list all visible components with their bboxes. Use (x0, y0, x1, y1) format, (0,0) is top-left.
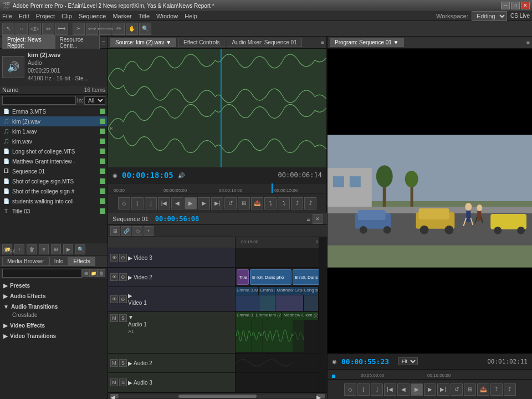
safe-margins-button[interactable]: ⊞ (238, 197, 250, 209)
list-item[interactable]: T Title 03 Copy (0, 216, 108, 217)
track-expand-a3[interactable]: ▶ (128, 380, 132, 386)
loop-button[interactable]: ↺ (224, 197, 237, 209)
effects-audio-effects[interactable]: ▶ Audio Effects (1, 291, 106, 301)
tool-slip[interactable]: ⟺ (86, 23, 98, 35)
close-button[interactable]: ✕ (521, 2, 530, 9)
track-expand-a1[interactable]: ▼ (128, 314, 147, 320)
add-marker-button[interactable]: ◇ (118, 197, 130, 209)
tab-audio-mixer[interactable]: Audio Mixer: Sequence 01 (227, 38, 301, 47)
maximize-button[interactable]: □ (511, 2, 520, 9)
track-solo-a3[interactable]: S (119, 378, 127, 386)
menu-marker[interactable]: Marker (112, 13, 131, 19)
list-view-button[interactable]: ≡ (39, 244, 49, 254)
tool-ripple[interactable]: ◁▷ (29, 23, 41, 35)
timeline-panel-menu[interactable]: ≡ (307, 216, 310, 222)
effects-search-input[interactable] (2, 269, 82, 278)
effects-audio-transitions[interactable]: ▼ Audio Transitions Crossfade (1, 301, 106, 320)
prog-safe[interactable]: ⊞ (464, 383, 476, 396)
tab-info[interactable]: Info (49, 257, 69, 266)
lift-button[interactable]: ⤴ (291, 197, 303, 209)
tab-project[interactable]: Project: News Report (2, 35, 55, 50)
scroll-track[interactable] (120, 395, 315, 398)
tab-effect-controls[interactable]: Effect Controls (178, 38, 224, 47)
extract-button[interactable]: ⤴ (304, 197, 316, 209)
tool-slide[interactable]: ⟸⟹ (99, 23, 111, 35)
track-eye-v3[interactable]: 👁 (110, 254, 118, 262)
track-sync-v3[interactable]: ⊙ (119, 254, 127, 262)
output-button[interactable]: 📤 (251, 197, 263, 209)
tool-razor[interactable]: ✂ (73, 23, 85, 35)
prog-mark-in[interactable]: ⌊ (357, 383, 370, 396)
prog-lift[interactable]: ⤴ (490, 383, 503, 396)
add-marker-tl-button[interactable]: ◇ (132, 226, 142, 236)
list-item[interactable]: 📄 Matthew Grant interview - (0, 156, 108, 166)
list-item[interactable]: 🎵 kim.wav (0, 136, 108, 146)
project-search-input[interactable] (2, 96, 76, 105)
audio3-track-body[interactable] (236, 373, 319, 392)
effects-new-button[interactable]: 📁 (90, 269, 98, 277)
insert-button[interactable]: ⤵ (264, 197, 277, 209)
tool-pen[interactable]: ✏ (112, 23, 125, 35)
go-to-in-button[interactable]: |◀ (158, 197, 170, 209)
effects-video-effects[interactable]: ▶ Video Effects (1, 320, 106, 331)
in-dropdown[interactable]: All (84, 96, 105, 105)
source-timecode-in[interactable]: 00:00:18:05 (122, 171, 173, 180)
prog-add-marker[interactable]: ◇ (344, 383, 356, 396)
menu-file[interactable]: File (2, 13, 12, 19)
step-forward-button[interactable]: ▶ (198, 197, 210, 209)
tool-rolling[interactable]: ⇔ (42, 23, 54, 35)
broll-clip-v2-1[interactable]: B-roll, Dans pho (250, 269, 291, 285)
delete-button[interactable]: 🗑 (27, 244, 37, 254)
snap-button[interactable]: ⊞ (110, 226, 120, 236)
track-eye-v1[interactable]: 👁 (110, 295, 118, 303)
menu-edit[interactable]: Edit (19, 13, 29, 19)
step-back-button[interactable]: ◀ (171, 197, 183, 209)
overwrite-button[interactable]: ⤵ (278, 197, 290, 209)
track-expand-v1[interactable]: ▶ (128, 293, 147, 299)
tab-effects[interactable]: Effects (68, 257, 95, 266)
mark-out-button[interactable]: ⌋ (145, 197, 157, 209)
timeline-scrollbar[interactable]: ◀ ▶ (108, 392, 327, 399)
list-item[interactable]: 📄 students walking into coll (0, 196, 108, 206)
scroll-left-btn[interactable]: ◀ (110, 394, 119, 398)
prog-extract[interactable]: ⤴ (504, 383, 516, 396)
list-item[interactable]: 📄 Long shot of college.MTS (0, 146, 108, 156)
program-timecode-in[interactable]: 00:00:55:23 (341, 357, 389, 366)
effects-presets[interactable]: ▶ Presets (1, 280, 106, 291)
go-to-out-button[interactable]: ▶| (211, 197, 223, 209)
track-expand-v3[interactable]: ▶ (128, 255, 132, 261)
prog-play[interactable]: ▶ (411, 383, 423, 396)
track-solo-a1[interactable]: S (119, 314, 127, 322)
audio2-track-body[interactable] (236, 354, 319, 373)
track-sync-v2[interactable]: ⊙ (119, 273, 127, 281)
tool-track-select[interactable]: ↔ (16, 23, 28, 35)
menu-window[interactable]: Window (156, 13, 178, 19)
menu-title[interactable]: Title (139, 13, 150, 19)
track-expand-a2[interactable]: ▶ (128, 360, 132, 366)
list-item[interactable]: 📄 Shot of the college sign # (0, 186, 108, 196)
icon-view-button[interactable]: ⊞ (51, 244, 61, 254)
track-mute-a1[interactable]: M (110, 314, 118, 322)
menu-clip[interactable]: Clip (62, 13, 72, 19)
menu-help[interactable]: Help (185, 13, 197, 19)
tab-media-browser[interactable]: Media Browser (2, 257, 49, 266)
tab-source[interactable]: Source: kim (2).wav ▼ (110, 38, 176, 47)
play-button[interactable]: ▶ (185, 197, 197, 209)
list-item[interactable]: 🎞 Sequence 01 (0, 166, 108, 176)
tab-resource[interactable]: Resource Centr... (55, 35, 100, 50)
menu-project[interactable]: Project (36, 13, 55, 19)
workspace-dropdown[interactable]: Editing (472, 11, 507, 21)
prog-mark-out[interactable]: ⌋ (371, 383, 383, 396)
broll-clip-v2-2[interactable]: B-roll, Dans phone.MTS (293, 269, 319, 285)
panel-menu-icon[interactable]: ≡ (102, 39, 105, 46)
track-mute-a2[interactable]: M (110, 359, 118, 367)
prog-go-in[interactable]: |◀ (384, 383, 396, 396)
list-item[interactable]: 🎵 kim (2).wav (0, 116, 108, 126)
list-item[interactable]: 📄 Emma 3.MTS (0, 106, 108, 116)
video2-track-body[interactable]: Title 0 B-roll, Dans pho B-roll, Dans ph… (236, 268, 319, 287)
list-item[interactable]: T Title 03 (0, 206, 108, 216)
source-monitor-menu[interactable]: ≡ (321, 39, 324, 45)
program-monitor-menu[interactable]: ≡ (526, 39, 530, 45)
menu-sequence[interactable]: Sequence (79, 13, 106, 19)
link-button[interactable]: 🔗 (121, 226, 131, 236)
